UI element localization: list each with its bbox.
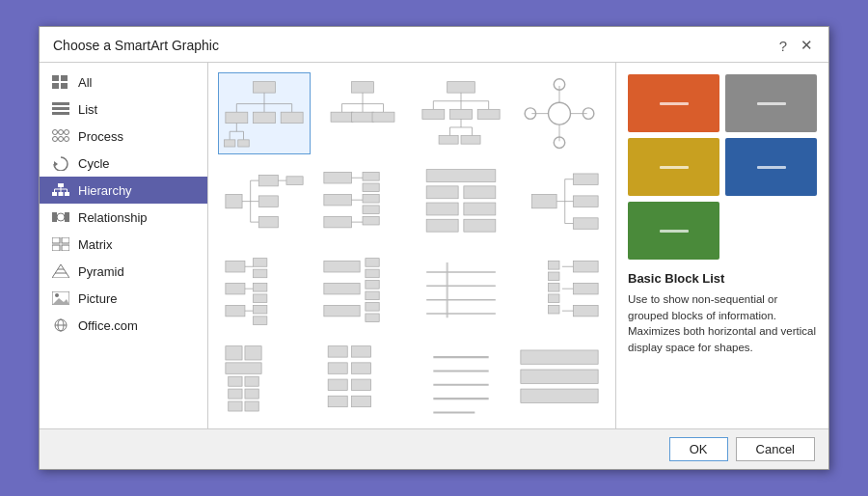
sidebar-item-list[interactable]: List [40, 96, 207, 123]
svg-rect-99 [324, 195, 352, 206]
svg-rect-71 [477, 109, 500, 119]
svg-rect-138 [324, 283, 360, 293]
svg-rect-29 [62, 245, 69, 251]
svg-rect-105 [363, 183, 379, 192]
svg-rect-118 [573, 218, 598, 229]
diagram-thumb-15[interactable] [415, 337, 507, 419]
diagram-thumb-5[interactable] [218, 160, 311, 242]
dialog-footer: OK Cancel [40, 428, 828, 469]
svg-point-78 [549, 102, 571, 124]
svg-point-34 [55, 293, 59, 297]
sidebar-item-process[interactable]: Process [40, 123, 207, 150]
svg-rect-2 [52, 83, 59, 89]
svg-rect-110 [426, 186, 458, 199]
sidebar-label-relationship: Relationship [78, 210, 148, 225]
svg-rect-158 [549, 271, 559, 280]
diagram-thumb-10[interactable] [316, 249, 409, 331]
diagram-thumb-1[interactable] [218, 72, 311, 154]
sidebar-label-picture: Picture [78, 291, 117, 306]
svg-rect-152 [573, 283, 598, 293]
diagram-thumb-16[interactable] [513, 337, 606, 419]
svg-marker-30 [52, 264, 69, 278]
preview-block-gray [725, 74, 817, 132]
svg-rect-186 [521, 389, 598, 402]
diagram-thumb-7[interactable] [415, 160, 507, 242]
diagram-thumb-9[interactable] [218, 249, 311, 331]
svg-rect-114 [426, 220, 458, 233]
svg-rect-164 [226, 363, 261, 373]
sidebar-item-pyramid[interactable]: Pyramid [40, 258, 207, 285]
sidebar: All List [40, 63, 208, 428]
svg-rect-23 [52, 212, 57, 222]
sidebar-item-relationship[interactable]: Relationship [40, 204, 207, 231]
dialog-title: Choose a SmartArt Graphic [53, 38, 219, 53]
sidebar-item-picture[interactable]: Picture [40, 285, 207, 312]
svg-rect-61 [352, 112, 374, 122]
diagram-thumb-11[interactable] [415, 249, 507, 331]
ok-button[interactable]: OK [669, 437, 728, 461]
diagram-thumb-13[interactable] [218, 337, 311, 419]
sidebar-item-hierarchy[interactable]: Hierarchy [40, 177, 207, 204]
cancel-button[interactable]: Cancel [736, 437, 815, 461]
dash-gray [757, 102, 786, 105]
svg-rect-87 [226, 195, 242, 208]
svg-rect-136 [254, 316, 267, 324]
list-icon [51, 101, 70, 117]
diagram-thumb-12[interactable] [513, 249, 606, 331]
svg-rect-63 [448, 82, 475, 93]
preview-block-yellow [628, 138, 719, 196]
svg-rect-142 [366, 280, 379, 289]
sidebar-label-all: All [78, 75, 92, 90]
matrix-icon [51, 236, 70, 252]
svg-rect-176 [352, 379, 371, 390]
svg-rect-144 [366, 302, 379, 311]
svg-point-9 [65, 130, 69, 135]
diagram-thumb-6[interactable] [316, 160, 409, 242]
sidebar-label-cycle: Cycle [78, 156, 110, 171]
close-button[interactable]: ✕ [799, 37, 815, 54]
sidebar-label-pyramid: Pyramid [78, 264, 124, 279]
svg-rect-132 [254, 269, 267, 278]
svg-point-25 [57, 213, 65, 221]
title-controls: ? ✕ [777, 37, 815, 54]
picture-icon [51, 290, 70, 306]
smartart-dialog: Choose a SmartArt Graphic ? ✕ All [39, 26, 829, 470]
diagram-thumb-8[interactable] [513, 160, 606, 242]
svg-rect-131 [254, 258, 267, 266]
dialog-body: All List [40, 63, 828, 428]
svg-marker-35 [52, 298, 69, 305]
preview-grid [628, 74, 817, 260]
sidebar-label-hierarchy: Hierarchy [78, 183, 132, 198]
svg-rect-169 [229, 401, 242, 411]
diagram-thumb-3[interactable] [415, 72, 507, 154]
sidebar-item-cycle[interactable]: Cycle [40, 150, 207, 177]
help-button[interactable]: ? [777, 38, 789, 54]
svg-rect-100 [324, 217, 352, 228]
svg-rect-112 [426, 203, 458, 215]
sidebar-item-all[interactable]: All [40, 69, 207, 96]
svg-rect-127 [226, 305, 245, 316]
pyramid-icon [51, 263, 70, 279]
svg-rect-76 [439, 136, 458, 145]
diagram-thumb-4[interactable] [513, 72, 606, 154]
dash-green [660, 230, 689, 233]
svg-rect-140 [366, 258, 379, 266]
svg-rect-39 [254, 82, 276, 93]
diagram-thumb-14[interactable] [316, 337, 409, 419]
sidebar-item-officecom[interactable]: Office.com [40, 312, 207, 339]
svg-rect-185 [521, 370, 598, 383]
sidebar-item-matrix[interactable]: Matrix [40, 231, 207, 258]
svg-rect-52 [224, 140, 234, 147]
dash-orange [660, 102, 689, 105]
svg-rect-139 [324, 305, 360, 316]
svg-rect-163 [245, 345, 261, 359]
svg-rect-126 [226, 283, 245, 293]
svg-rect-15 [52, 192, 57, 196]
svg-rect-95 [258, 217, 278, 228]
preview-description: Use to show non-sequential or grouped bl… [628, 291, 817, 356]
svg-rect-177 [328, 396, 347, 406]
svg-rect-124 [531, 195, 556, 208]
svg-point-11 [59, 137, 64, 142]
diagram-thumb-2[interactable] [316, 72, 409, 154]
svg-rect-106 [363, 195, 379, 204]
